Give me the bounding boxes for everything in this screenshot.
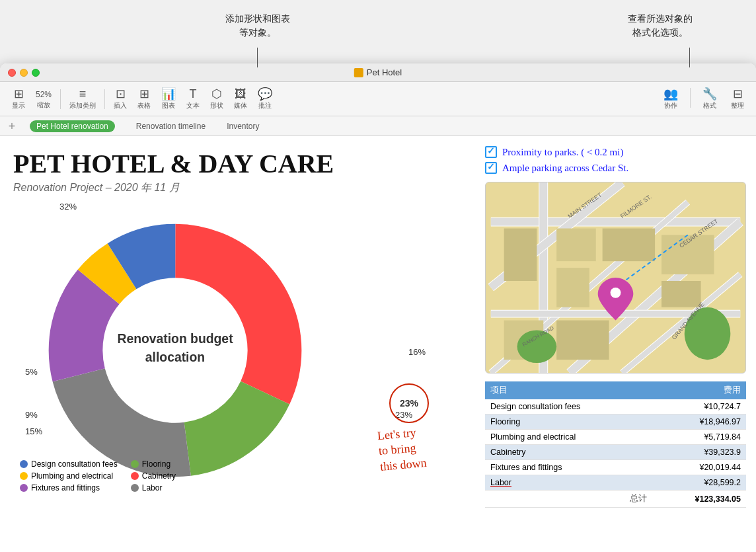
insert-icon: ⊡ xyxy=(116,88,126,100)
col-header-item: 项目 xyxy=(485,381,652,399)
window-title: Pet Hotel xyxy=(354,67,402,77)
toolbar-table[interactable]: ⊞ 表格 xyxy=(132,88,156,110)
svg-rect-16 xyxy=(603,229,655,262)
table-row: Design consultation fees¥10,724.7 xyxy=(485,399,746,414)
organize-icon: ⊟ xyxy=(733,88,743,100)
annotation-line-left xyxy=(257,48,258,67)
collab-icon: 👥 xyxy=(663,88,678,100)
document-title: PET HOTEL & DAY CARE xyxy=(13,149,465,178)
toolbar-add-category[interactable]: ≡ 添加类别 xyxy=(64,88,101,110)
legend-design: Design consultation fees xyxy=(20,459,118,469)
checkbox-1[interactable] xyxy=(485,146,497,158)
left-panel: PET HOTEL & DAY CARE Renovation Project … xyxy=(0,136,478,552)
legend-dot-flooring xyxy=(131,460,139,468)
toolbar: ⊞ 显示 52% 缩放 ≡ 添加类别 ⊡ 插入 ⊞ 表格 📊 图表 T 文本 xyxy=(0,82,756,116)
view-icon: ⊞ xyxy=(14,88,24,100)
toolbar-chart[interactable]: 📊 图表 xyxy=(156,88,181,110)
map-svg: MAIN STREET FILMORE ST. CEDAR STREET RAN… xyxy=(486,182,745,373)
table-row: Fixtures and fittings¥20,019.44 xyxy=(485,460,746,475)
comment-icon: 💬 xyxy=(258,88,272,100)
document-subtitle: Renovation Project – 2020 年 11 月 xyxy=(13,181,465,195)
titlebar: Pet Hotel xyxy=(0,63,756,82)
legend-labor: Labor xyxy=(131,483,229,493)
main-window: Pet Hotel ⊞ 显示 52% 缩放 ≡ 添加类别 ⊡ 插入 ⊞ 表格 📊… xyxy=(0,63,756,552)
svg-rect-18 xyxy=(504,229,537,281)
right-annotation: 查看所选对象的 格式化选项。 xyxy=(604,12,716,40)
minimize-button[interactable] xyxy=(20,69,28,77)
close-button[interactable] xyxy=(8,69,16,77)
toolbar-collab[interactable]: 👥 协作 xyxy=(658,88,683,110)
maximize-button[interactable] xyxy=(32,69,40,77)
toolbar-view[interactable]: ⊞ 显示 xyxy=(7,88,30,110)
svg-rect-15 xyxy=(556,229,596,262)
table-row: Cabinetry¥39,323.9 xyxy=(485,445,746,460)
checklist-item-2: Ample parking across Cedar St. xyxy=(485,162,746,174)
svg-point-27 xyxy=(611,288,621,298)
tab-inventory[interactable]: Inventory xyxy=(217,119,269,134)
chart-center-label2: allocation xyxy=(145,350,205,364)
table-header-row: 项目 费用 xyxy=(485,381,746,399)
map-container: MAIN STREET FILMORE ST. CEDAR STREET RAN… xyxy=(485,182,746,374)
toolbar-text[interactable]: T 文本 xyxy=(181,88,205,110)
tabs-bar: + Pet Hotel renovation Renovation timeli… xyxy=(0,116,756,136)
media-icon: 🖼 xyxy=(235,88,246,100)
svg-rect-17 xyxy=(556,268,589,307)
tab-pet-hotel-renovation[interactable]: Pet Hotel renovation xyxy=(20,119,125,134)
annotation-line-right xyxy=(689,48,690,67)
checklist: Proximity to parks. ( < 0.2 mi) Ample pa… xyxy=(485,146,746,174)
table-row: Labor¥28,599.2 xyxy=(485,475,746,491)
format-icon: 🔧 xyxy=(702,88,717,100)
legend-dot-labor xyxy=(131,484,139,492)
table-icon: ⊞ xyxy=(139,88,149,100)
checklist-item-1: Proximity to parks. ( < 0.2 mi) xyxy=(485,146,746,158)
table-row: Flooring¥18,946.97 xyxy=(485,414,746,430)
toolbar-shape[interactable]: ⬡ 形状 xyxy=(205,88,229,110)
chart-area: 32% 16% 23% 9% 15% 5% xyxy=(13,202,465,493)
text-icon: T xyxy=(190,88,197,100)
left-annotation: 添加形状和图表 等对象。 xyxy=(211,12,304,40)
traffic-lights xyxy=(8,69,40,77)
legend-dot-design xyxy=(20,460,28,468)
toolbar-organize[interactable]: ⊟ 整理 xyxy=(726,88,749,110)
tab-add-button[interactable]: + xyxy=(5,120,19,133)
pct-label-16: 16% xyxy=(408,347,426,357)
toolbar-comment[interactable]: 💬 批注 xyxy=(252,88,278,110)
legend-dot-cabinetry xyxy=(131,472,139,480)
checkbox-2[interactable] xyxy=(485,162,497,174)
handwritten-annotation: Let's try to bring this down xyxy=(377,424,428,475)
table-container: 项目 费用 Design consultation fees¥10,724.7F… xyxy=(485,381,746,508)
table-row: Plumbing and electrical¥5,719.84 xyxy=(485,430,746,445)
col-header-cost: 费用 xyxy=(652,381,746,399)
table-total-row: 总计¥123,334.05 xyxy=(485,491,746,508)
legend-plumbing: Plumbing and electrical xyxy=(20,471,118,481)
svg-rect-20 xyxy=(662,281,701,307)
circle-annotation: 23% xyxy=(389,383,429,423)
toolbar-divider-2 xyxy=(104,89,105,109)
right-panel: Proximity to parks. ( < 0.2 mi) Ample pa… xyxy=(478,136,756,552)
legend-dot-fixtures xyxy=(20,484,28,492)
toolbar-divider-1 xyxy=(60,89,61,109)
toolbar-media[interactable]: 🖼 媒体 xyxy=(229,88,252,110)
donut-chart: Renovation budget allocation xyxy=(33,208,317,493)
chart-legend: Design consultation fees Flooring Plumbi… xyxy=(20,459,229,493)
legend-flooring: Flooring xyxy=(131,459,229,469)
toolbar-insert[interactable]: ⊡ 插入 xyxy=(108,88,132,110)
chart-center-label1: Renovation budget xyxy=(117,331,233,346)
legend-cabinetry: Cabinetry xyxy=(131,471,229,481)
legend-dot-plumbing xyxy=(20,472,28,480)
data-table: 项目 费用 Design consultation fees¥10,724.7F… xyxy=(485,381,746,508)
document-icon xyxy=(354,68,363,77)
chart-icon: 📊 xyxy=(161,88,176,100)
toolbar-divider-3 xyxy=(690,88,691,108)
svg-rect-22 xyxy=(556,321,609,360)
toolbar-format[interactable]: 🔧 格式 xyxy=(697,88,722,110)
legend-fixtures: Fixtures and fittings xyxy=(20,483,118,493)
content-area: PET HOTEL & DAY CARE Renovation Project … xyxy=(0,136,756,552)
toolbar-zoom[interactable]: 52% 缩放 xyxy=(30,89,57,110)
toolbar-right-section: 👥 协作 🔧 格式 ⊟ 整理 xyxy=(658,88,749,110)
add-category-icon: ≡ xyxy=(79,88,87,100)
shape-icon: ⬡ xyxy=(211,88,222,100)
tab-renovation-timeline[interactable]: Renovation timeline xyxy=(126,119,215,134)
